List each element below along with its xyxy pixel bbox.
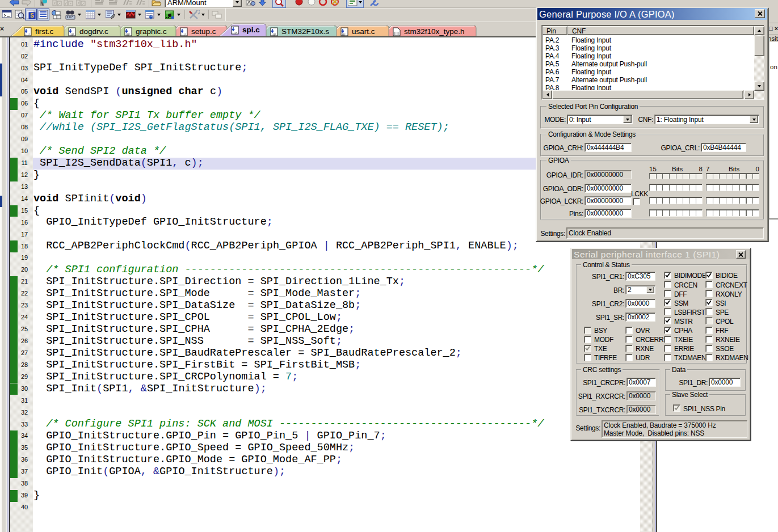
svg-text:usart.c: usart.c — [352, 27, 375, 36]
svg-text:dogdrv.c: dogdrv.c — [79, 27, 108, 36]
svg-text:graphic.c: graphic.c — [136, 27, 167, 36]
svg-text:first.c: first.c — [35, 27, 53, 36]
svg-text:STM32F10x.s: STM32F10x.s — [281, 27, 329, 36]
svg-text:spi.c: spi.c — [242, 26, 260, 34]
svg-text:setup.c: setup.c — [191, 27, 216, 36]
svg-text:stm32f10x_type.h: stm32f10x_type.h — [404, 27, 465, 36]
svg-text:S: S — [30, 12, 34, 19]
